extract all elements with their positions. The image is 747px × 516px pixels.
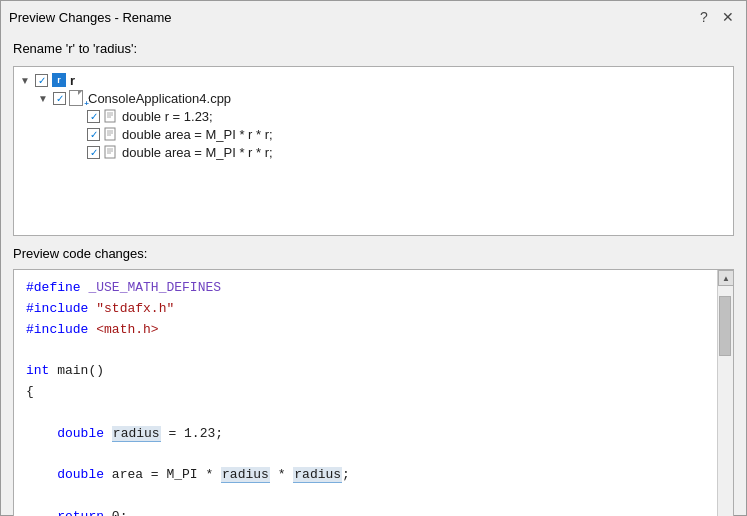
code-line-11: return 0;	[26, 507, 715, 516]
dialog-content: Rename 'r' to 'radius': ▼ r r ▼ +	[1, 33, 746, 516]
tree-panel[interactable]: ▼ r r ▼ + ConsoleApplication4.cpp	[13, 66, 734, 236]
code-line-7: double radius = 1.23;	[26, 424, 715, 445]
dialog: Preview Changes - Rename ? ✕ Rename 'r' …	[0, 0, 747, 516]
chevron-icon-0: ▼	[20, 75, 32, 86]
code-line-9: double area = M_PI * radius * radius;	[26, 465, 715, 486]
tree-row-2[interactable]: ▶ double r = 1.23;	[18, 107, 729, 125]
tree-label-4: double area = M_PI * r * r;	[122, 145, 273, 160]
tree-label-3: double area = M_PI * r * r;	[122, 127, 273, 142]
scrollbar-track[interactable]	[718, 286, 733, 516]
checkbox-1[interactable]	[53, 92, 66, 105]
chevron-icon-1: ▼	[38, 93, 50, 104]
checkbox-0[interactable]	[35, 74, 48, 87]
tree-row-1[interactable]: ▼ + ConsoleApplication4.cpp	[18, 89, 729, 107]
svg-rect-8	[105, 146, 115, 158]
tree-label-1: ConsoleApplication4.cpp	[88, 91, 231, 106]
rename-label: Rename 'r' to 'radius':	[13, 41, 734, 56]
code-line-10	[26, 486, 715, 507]
code-line-5: {	[26, 382, 715, 403]
svg-rect-4	[105, 128, 115, 140]
close-button[interactable]: ✕	[718, 7, 738, 27]
svg-rect-0	[105, 110, 115, 122]
cpp-icon-1: +	[69, 90, 85, 106]
code-line-4: int main()	[26, 361, 715, 382]
doc-icon-3	[103, 126, 119, 142]
var-icon-0: r	[51, 72, 67, 88]
help-button[interactable]: ?	[694, 7, 714, 27]
tree-label-2: double r = 1.23;	[122, 109, 213, 124]
code-line-2: #include <math.h>	[26, 320, 715, 341]
tree-label-0: r	[70, 73, 75, 88]
code-content[interactable]: #define _USE_MATH_DEFINES #include "stda…	[14, 270, 733, 516]
tree-row-3[interactable]: ▶ double area = M_PI * r * r;	[18, 125, 729, 143]
checkbox-4[interactable]	[87, 146, 100, 159]
dialog-title: Preview Changes - Rename	[9, 10, 172, 25]
code-line-0: #define _USE_MATH_DEFINES	[26, 278, 715, 299]
title-bar-buttons: ? ✕	[694, 7, 738, 27]
doc-icon-4	[103, 144, 119, 160]
code-line-6	[26, 403, 715, 424]
scroll-up-button[interactable]: ▲	[718, 270, 733, 286]
tree-row-0[interactable]: ▼ r r	[18, 71, 729, 89]
vertical-scrollbar[interactable]: ▲ ▼	[717, 270, 733, 516]
code-panel: #define _USE_MATH_DEFINES #include "stda…	[13, 269, 734, 516]
title-bar-left: Preview Changes - Rename	[9, 10, 172, 25]
preview-label: Preview code changes:	[13, 246, 734, 261]
code-line-1: #include "stdafx.h"	[26, 299, 715, 320]
doc-icon-2	[103, 108, 119, 124]
code-line-8	[26, 444, 715, 465]
scrollbar-thumb[interactable]	[719, 296, 731, 356]
tree-row-4[interactable]: ▶ double area = M_PI * r * r;	[18, 143, 729, 161]
title-bar: Preview Changes - Rename ? ✕	[1, 1, 746, 33]
checkbox-2[interactable]	[87, 110, 100, 123]
code-line-3	[26, 340, 715, 361]
checkbox-3[interactable]	[87, 128, 100, 141]
